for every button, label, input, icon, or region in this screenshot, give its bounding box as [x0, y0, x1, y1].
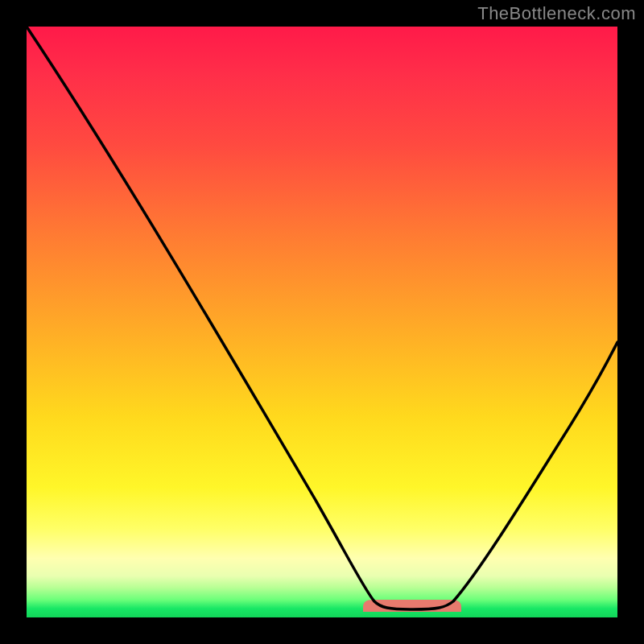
chart-stage: TheBottleneck.com — [0, 0, 644, 644]
plot-area — [27, 27, 617, 617]
bottleneck-curve — [27, 27, 617, 609]
watermark-text: TheBottleneck.com — [477, 3, 636, 24]
curve-layer — [27, 27, 617, 617]
